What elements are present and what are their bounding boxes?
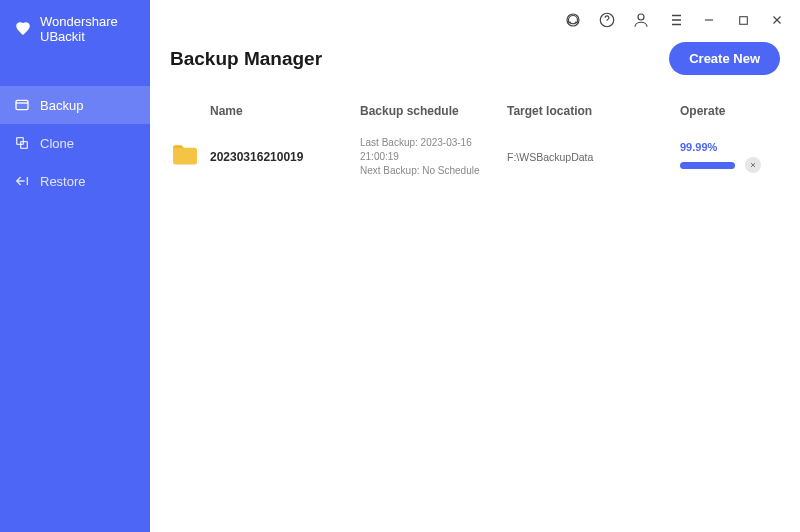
table-row[interactable]: 20230316210019 Last Backup: 2023-03-16 2…	[170, 126, 780, 188]
minimize-icon[interactable]	[700, 11, 718, 29]
sidebar-item-label: Restore	[40, 174, 86, 189]
help-icon[interactable]	[598, 11, 616, 29]
sidebar-item-backup[interactable]: Backup	[0, 86, 150, 124]
column-operate: Operate	[680, 104, 780, 118]
sidebar: Wondershare UBackit Backup Clone Restore	[0, 0, 150, 532]
create-new-button[interactable]: Create New	[669, 42, 780, 75]
backup-schedule: Last Backup: 2023-03-16 21:00:19 Next Ba…	[360, 136, 507, 178]
cancel-backup-button[interactable]	[745, 157, 761, 173]
backup-icon	[14, 97, 30, 113]
sidebar-item-label: Clone	[40, 136, 74, 151]
progress-bar	[680, 162, 735, 169]
app-name: Wondershare UBackit	[40, 14, 136, 44]
svg-point-5	[638, 14, 644, 20]
progress-percent: 99.99%	[680, 141, 717, 153]
app-brand: Wondershare UBackit	[0, 0, 150, 58]
sidebar-item-label: Backup	[40, 98, 83, 113]
sidebar-nav: Backup Clone Restore	[0, 86, 150, 200]
restore-icon	[14, 173, 30, 189]
page-title: Backup Manager	[170, 48, 322, 70]
clone-icon	[14, 135, 30, 151]
menu-list-icon[interactable]	[666, 11, 684, 29]
maximize-icon[interactable]	[734, 11, 752, 29]
sidebar-item-restore[interactable]: Restore	[0, 162, 150, 200]
close-icon[interactable]	[768, 11, 786, 29]
column-location: Target location	[507, 104, 680, 118]
next-backup-text: Next Backup: No Schedule	[360, 164, 507, 178]
sidebar-item-clone[interactable]: Clone	[0, 124, 150, 162]
backup-name: 20230316210019	[210, 150, 360, 164]
backup-operate: 99.99%	[680, 141, 780, 173]
column-name: Name	[210, 104, 360, 118]
account-icon[interactable]	[632, 11, 650, 29]
backup-table: Name Backup schedule Target location Ope…	[150, 89, 800, 188]
main: Backup Manager Create New Name Backup sc…	[150, 0, 800, 532]
column-schedule: Backup schedule	[360, 104, 507, 118]
svg-rect-0	[16, 100, 28, 109]
last-backup-text: Last Backup: 2023-03-16 21:00:19	[360, 136, 507, 164]
content-header: Backup Manager Create New	[150, 40, 800, 89]
butterfly-logo-icon	[14, 20, 32, 38]
backup-location: F:\WSBackupData	[507, 151, 680, 163]
table-header: Name Backup schedule Target location Ope…	[170, 89, 780, 126]
row-folder-icon-wrap	[170, 143, 210, 171]
titlebar	[150, 0, 800, 40]
svg-rect-6	[739, 16, 747, 24]
support-icon[interactable]	[564, 11, 582, 29]
folder-icon	[170, 143, 200, 171]
